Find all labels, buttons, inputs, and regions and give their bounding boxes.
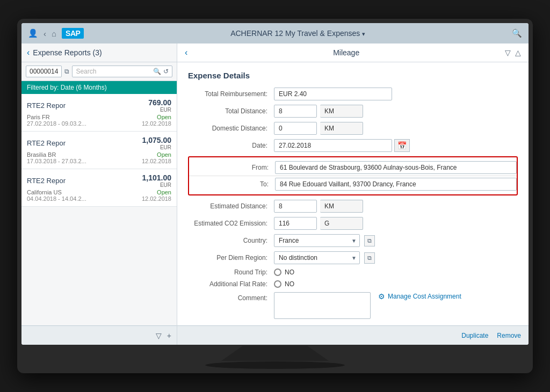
from-label: From: xyxy=(189,164,275,171)
expense-name-2: RTE2 Repor xyxy=(27,139,66,147)
sap-logo: SAP xyxy=(62,28,84,39)
expense-list: RTE2 Repor 769.00 EUR Paris FR Open 27.0… xyxy=(21,94,177,325)
from-input[interactable]: 61 Boulevard de Strasbourg, 93600 Aulnay… xyxy=(275,161,517,174)
expense-location-1: Paris FR xyxy=(27,114,50,120)
domestic-distance-label: Domestic Distance: xyxy=(188,125,274,132)
total-distance-row: Total Distance: 8 KM xyxy=(188,105,518,118)
to-input[interactable]: 84 Rue Edouard Vaillant, 93700 Drancy, F… xyxy=(275,178,517,191)
left-panel: ‹ Expense Reports (3) 00000014 ⧉ Search … xyxy=(21,43,177,345)
flat-rate-value: NO xyxy=(285,280,294,288)
estimated-distance-label: Estimated Distance: xyxy=(188,202,274,210)
per-diem-label: Per Diem Region: xyxy=(188,254,274,262)
remove-button[interactable]: Remove xyxy=(497,332,521,339)
round-trip-value: NO xyxy=(285,268,294,276)
from-row: From: 61 Boulevard de Strasbourg, 93600 … xyxy=(189,159,517,176)
expense-amount-3: 1,101.00 xyxy=(142,173,172,182)
right-panel: ‹ Mileage ▽ △ Expense Details Total Reim… xyxy=(177,43,529,345)
expense-status-1: Open xyxy=(157,114,171,120)
total-distance-input[interactable]: 8 xyxy=(274,105,317,118)
estimated-distance-input: 8 xyxy=(274,200,317,213)
manage-cost-button[interactable]: ⚙ Manage Cost Assignment xyxy=(378,292,461,301)
round-trip-radio[interactable] xyxy=(274,268,281,276)
expense-name-1: RTE2 Repor xyxy=(27,101,66,110)
main-content: ‹ Expense Reports (3) 00000014 ⧉ Search … xyxy=(21,43,529,345)
manage-cost-icon: ⚙ xyxy=(378,292,385,301)
to-row: To: 84 Rue Edouard Vaillant, 93700 Dranc… xyxy=(189,176,517,192)
flat-rate-radio[interactable] xyxy=(274,280,281,288)
per-diem-input[interactable]: No distinction xyxy=(274,251,360,264)
app-title: ACHERNAR 12 My Travel & Expenses ▾ xyxy=(89,29,506,38)
to-label: To: xyxy=(189,180,275,188)
co2-label: Estimated CO2 Emission: xyxy=(188,220,274,227)
right-panel-header: ‹ Mileage ▽ △ xyxy=(177,43,529,62)
filter-icon[interactable]: ▽ xyxy=(505,48,511,57)
home-icon[interactable]: ⌂ xyxy=(52,29,56,38)
search-input-box[interactable]: Search 🔍 ↺ xyxy=(72,66,172,77)
right-panel-title: Mileage xyxy=(192,48,501,57)
report-id: 00000014 xyxy=(26,66,62,77)
footer-add-icon[interactable]: + xyxy=(167,331,171,340)
refresh-icon[interactable]: ↺ xyxy=(163,68,169,75)
right-panel-footer: Duplicate Remove xyxy=(177,325,529,345)
round-trip-row: Round Trip: NO xyxy=(188,268,518,276)
round-trip-label: Round Trip: xyxy=(188,268,274,276)
domestic-distance-unit: KM xyxy=(320,122,363,135)
expense-daterange-1: 27.02.2018 - 09.03.2... xyxy=(27,120,86,127)
from-to-group: From: 61 Boulevard de Strasbourg, 93600 … xyxy=(188,156,518,195)
country-copy-icon[interactable]: ⧉ xyxy=(364,235,375,246)
country-row: Country: France ▼ ⧉ xyxy=(188,234,518,247)
co2-input: 116 xyxy=(274,217,317,230)
left-panel-back[interactable]: ‹ xyxy=(27,48,30,57)
country-select-wrap: France ▼ xyxy=(274,234,360,247)
expense-item-2[interactable]: RTE2 Repor 1,075.00 EUR Brasilia BR Open… xyxy=(21,132,177,169)
total-reimbursement-label: Total Reimbursement: xyxy=(188,90,274,98)
left-panel-footer: ▽ + xyxy=(21,325,177,345)
section-title: Expense Details xyxy=(188,71,518,80)
user-icon[interactable]: 👤 xyxy=(28,28,38,38)
expense-location-3: California US xyxy=(27,189,62,195)
search-magnify-icon: 🔍 xyxy=(153,68,161,75)
expense-amount-1: 769.00 xyxy=(148,98,171,107)
comment-input[interactable] xyxy=(274,292,371,319)
calendar-icon[interactable]: 📅 xyxy=(394,139,410,152)
expense-currency-3: EUR xyxy=(142,182,172,188)
right-panel-content: Expense Details Total Reimbursement: EUR… xyxy=(177,62,529,325)
footer-filter-icon[interactable]: ▽ xyxy=(156,331,162,340)
left-panel-header: ‹ Expense Reports (3) xyxy=(21,43,177,62)
domestic-distance-row: Domestic Distance: 0 KM xyxy=(188,122,518,135)
comment-label: Comment: xyxy=(188,292,274,302)
total-distance-label: Total Distance: xyxy=(188,107,274,115)
expense-date-3: 12.02.2018 xyxy=(142,195,171,202)
date-input[interactable]: 27.02.2018 xyxy=(274,139,392,152)
expense-item-1[interactable]: RTE2 Repor 769.00 EUR Paris FR Open 27.0… xyxy=(21,94,177,132)
back-icon[interactable]: ‹ xyxy=(44,29,46,38)
expense-status-2: Open xyxy=(157,151,171,158)
search-bar: 00000014 ⧉ Search 🔍 ↺ xyxy=(21,62,177,81)
per-diem-row: Per Diem Region: No distinction ▼ ⧉ xyxy=(188,251,518,264)
country-input[interactable]: France xyxy=(274,234,360,247)
domestic-distance-input[interactable]: 0 xyxy=(274,122,317,135)
estimated-distance-unit: KM xyxy=(320,200,363,213)
expense-daterange-2: 17.03.2018 - 27.03.2... xyxy=(27,158,86,164)
co2-row: Estimated CO2 Emission: 116 G xyxy=(188,217,518,230)
comment-row: Comment: ⚙ Manage Cost Assignment xyxy=(188,292,518,319)
search-icon[interactable]: 🔍 xyxy=(512,28,522,38)
flat-rate-label: Additional Flat Rate: xyxy=(188,280,274,288)
expense-amount-2: 1,075.00 xyxy=(142,136,172,144)
right-panel-back[interactable]: ‹ xyxy=(185,48,187,57)
expense-date-2: 12.02.2018 xyxy=(142,158,171,164)
per-diem-select-wrap: No distinction ▼ xyxy=(274,251,360,264)
duplicate-button[interactable]: Duplicate xyxy=(461,332,488,339)
expense-location-2: Brasilia BR xyxy=(27,151,56,158)
date-row: Date: 27.02.2018 📅 xyxy=(188,139,518,152)
top-nav: 👤 ‹ ⌂ SAP ACHERNAR 12 My Travel & Expens… xyxy=(21,23,529,43)
copy-id-icon[interactable]: ⧉ xyxy=(64,68,69,75)
search-placeholder: Search xyxy=(76,68,96,75)
filter-banner: Filtered by: Date (6 Months) xyxy=(21,81,177,94)
settings-icon[interactable]: △ xyxy=(515,48,521,57)
expense-item-3[interactable]: RTE2 Repor 1,101.00 EUR California US Op… xyxy=(21,169,177,207)
flat-rate-row: Additional Flat Rate: NO xyxy=(188,280,518,288)
expense-currency-1: EUR xyxy=(148,107,171,113)
expense-status-3: Open xyxy=(157,189,171,195)
per-diem-copy-icon[interactable]: ⧉ xyxy=(364,252,375,264)
